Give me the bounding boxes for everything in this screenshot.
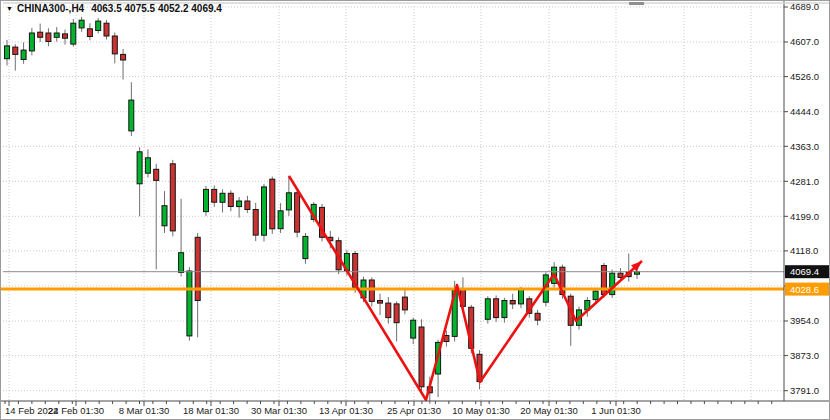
price-tick-label: 4444.0 xyxy=(790,106,819,117)
candle-body xyxy=(87,29,92,37)
candle-body xyxy=(270,179,275,229)
candle-body xyxy=(535,313,540,320)
candle-body xyxy=(402,297,407,310)
price-tick-label: 4118.0 xyxy=(790,245,818,256)
time-tick-label: 25 Apr 01:30 xyxy=(387,405,441,416)
candle-body xyxy=(195,237,200,300)
candle-body xyxy=(502,301,507,318)
price-tick-label: 4199.0 xyxy=(790,211,819,222)
candle-body xyxy=(179,253,184,273)
price-tick-label: 4281.0 xyxy=(790,176,819,187)
time-tick-label: 1 Jun 01:30 xyxy=(591,405,641,416)
candle-body xyxy=(386,303,391,318)
candle-body xyxy=(112,36,117,54)
current-price-badge-label: 4069.4 xyxy=(790,266,819,277)
candle-body xyxy=(378,301,383,304)
candle-body xyxy=(71,23,76,44)
candle-body xyxy=(278,211,283,229)
candle-body xyxy=(204,189,209,211)
price-tick-label: 4363.0 xyxy=(790,141,819,152)
symbol-collapser-icon[interactable]: ▼ xyxy=(6,4,13,14)
candle-body xyxy=(154,169,159,180)
candle-body xyxy=(237,201,242,207)
price-tick-label: 3791.0 xyxy=(790,385,819,396)
candle-body xyxy=(162,206,167,226)
time-tick-label: 8 Mar 01:30 xyxy=(119,405,170,416)
time-tick-label: 20 May 01:30 xyxy=(520,405,578,416)
candle-body xyxy=(212,189,217,202)
hline-price-badge-label: 4028.6 xyxy=(790,284,819,295)
candle-body xyxy=(593,291,598,300)
time-tick-label: 13 Apr 01:30 xyxy=(319,405,373,416)
candle-body xyxy=(29,33,34,51)
candle-body xyxy=(494,299,499,318)
candle-body xyxy=(5,46,10,59)
candle-body xyxy=(303,236,308,258)
candle-body xyxy=(79,20,84,28)
price-tick-label: 4607.0 xyxy=(790,36,819,47)
chart-symbol-period: CHINA300-,H4 xyxy=(17,3,84,14)
candle-body xyxy=(245,201,250,210)
candle-body xyxy=(295,193,300,232)
candle-body xyxy=(187,271,192,336)
price-tick-label: 3873.0 xyxy=(790,350,819,361)
candle-body xyxy=(13,47,18,54)
time-tick-label: 24 Feb 01:30 xyxy=(48,405,104,416)
candle-body xyxy=(63,34,68,38)
price-tick-label: 4526.0 xyxy=(790,71,819,82)
candle-body xyxy=(96,21,101,30)
candle-body xyxy=(220,193,225,202)
time-tick-label: 30 Mar 01:30 xyxy=(251,405,307,416)
chart-background xyxy=(1,1,830,420)
hscrollbar-thumb[interactable] xyxy=(629,2,644,5)
candle-body xyxy=(411,320,416,338)
candle-body xyxy=(54,33,59,37)
candle-body xyxy=(262,187,267,235)
price-chart[interactable]: 4689.04607.04526.04444.04363.04281.04199… xyxy=(1,1,830,420)
candle-body xyxy=(145,158,150,173)
candle-body xyxy=(485,299,490,320)
price-tick-label: 3954.0 xyxy=(790,315,819,326)
candle-body xyxy=(170,164,175,231)
time-tick-label: 18 Mar 01:30 xyxy=(183,405,239,416)
candle-body xyxy=(369,280,374,301)
candle-body xyxy=(104,23,109,36)
candle-body xyxy=(121,54,126,60)
candle-body xyxy=(618,273,623,277)
candle-body xyxy=(419,327,424,387)
candle-body xyxy=(286,193,291,210)
candle-body xyxy=(510,301,515,304)
candle-body xyxy=(129,100,134,131)
candle-body xyxy=(38,32,43,37)
candle-body xyxy=(46,33,51,42)
chart-ohlc-values: 4063.5 4075.5 4052.2 4069.4 xyxy=(91,3,222,14)
candle-body xyxy=(21,50,26,59)
time-tick-label: 10 May 01:30 xyxy=(452,405,510,416)
candle-body xyxy=(253,210,258,236)
candle-body xyxy=(394,304,399,323)
candle-body xyxy=(137,152,142,184)
chart-window: ▼ CHINA300-,H4 4063.5 4075.5 4052.2 4069… xyxy=(0,0,830,420)
candle-body xyxy=(519,289,524,304)
chart-title: ▼ CHINA300-,H4 4063.5 4075.5 4052.2 4069… xyxy=(6,2,222,15)
candle-body xyxy=(444,336,449,342)
candle-body xyxy=(228,193,233,206)
